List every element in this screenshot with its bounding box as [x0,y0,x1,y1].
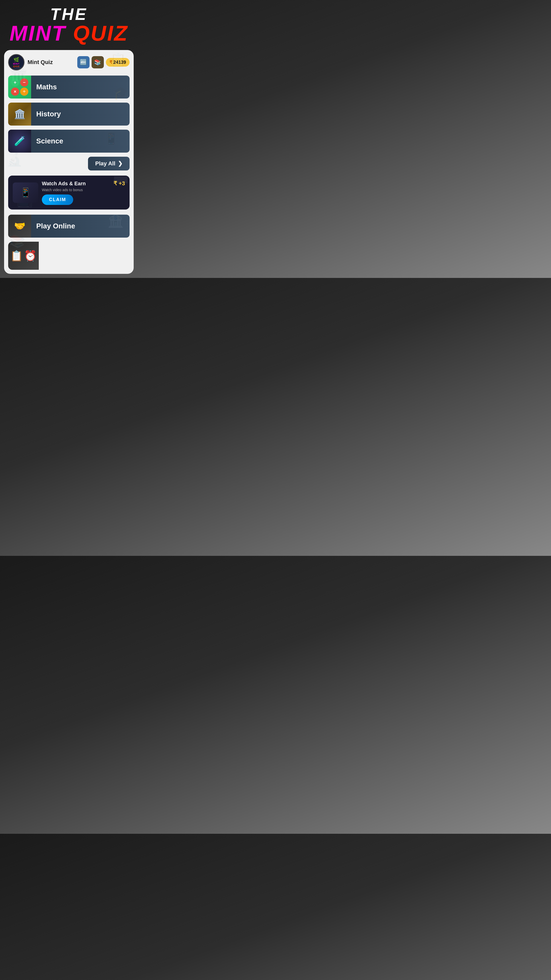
top-bar: 🌿 MINT QUIZ Mint Quiz 🔤 📚 ₹ 24139 [8,54,130,70]
history-label: History [31,103,130,126]
category-maths[interactable]: + − × ÷ Maths [8,76,130,99]
history-temple-icon: 🏛️ [14,109,25,119]
online-hands-icon: 🤝 [14,221,25,231]
ads-subtitle: Watch video ads to bonus [42,188,125,192]
main-card: 🏛️ 📋 🎓 🖥️ 📱 🔬 ⌨️ 📺 🏦 📚 🌿 MINT QUIZ Mint … [4,50,134,274]
app-name-label: Mint Quiz [27,59,74,65]
translate-icon: 🔤 [80,59,87,65]
translate-button[interactable]: 🔤 [77,56,89,68]
bottom-card-thumbnail: 📋 ⏰ [8,242,39,270]
maths-label: Maths [31,76,130,99]
earn-value: +3 [119,180,125,186]
history-thumbnail: 🏛️ [8,103,31,126]
title-mint-quiz: MINT QUIZ [5,22,133,44]
plus-op-icon: + [11,78,19,86]
times-op-icon: × [11,88,19,96]
bottom-card-partial[interactable]: 📋 ⏰ [8,242,130,270]
title-area: THE MINT QUIZ [0,0,138,48]
ads-banner: 📱 Watch Ads & Earn ₹ +3 Watch video ads … [8,176,130,210]
chevron-right-icon: ❯ [118,160,122,167]
science-image: 🧪 [8,130,31,153]
category-science[interactable]: 🧪 Science [8,130,130,153]
maths-thumbnail: + − × ÷ [8,76,31,99]
logo-leaf-icon: 🌿 [14,57,19,62]
rupee-icon: ₹ [110,59,112,65]
logo-quiz-text: QUIZ [13,65,20,68]
science-flask-icon: 🧪 [14,136,25,146]
divide-op-icon: ÷ [20,88,28,96]
treasure-button[interactable]: 📚 [92,56,104,68]
title-quiz: QUIZ [73,21,128,45]
science-thumbnail: 🧪 [8,130,31,153]
earn-rupee-icon: ₹ [114,180,119,186]
app-logo: 🌿 MINT QUIZ [8,54,24,70]
earn-amount: ₹ +3 [114,180,125,187]
play-all-button[interactable]: Play All ❯ [88,157,130,170]
ads-earn-row: Watch Ads & Earn ₹ +3 [42,180,125,187]
clock-icon: ⏰ [24,250,37,262]
play-online-label: Play Online [31,215,130,238]
ads-content: Watch Ads & Earn ₹ +3 Watch video ads to… [42,180,125,205]
maths-ops-grid: + − × ÷ [9,76,30,98]
title-the: THE [5,6,133,22]
coins-value: 24139 [113,60,126,65]
coins-badge: ₹ 24139 [106,58,130,67]
notepad-icon: 📋 [10,250,23,262]
science-label: Science [31,130,130,153]
play-online-item[interactable]: 🤝 Play Online [8,215,130,238]
claim-button[interactable]: CLAIM [42,194,73,205]
logo-mint-text: MINT [13,62,20,65]
ads-phone-icon: 📱 [20,187,32,198]
treasure-icon: 📚 [94,59,101,65]
top-icons: 🔤 📚 ₹ 24139 [77,56,130,68]
ads-illustration: 📱 [13,183,38,203]
history-image: 🏛️ [8,103,31,126]
play-online-thumbnail: 🤝 [8,215,31,238]
category-history[interactable]: 🏛️ History [8,103,130,126]
ads-title: Watch Ads & Earn [42,181,86,186]
play-all-label: Play All [95,160,115,167]
minus-op-icon: − [20,78,28,86]
play-all-row: Play All ❯ [8,157,130,170]
title-mint: MINT [10,21,66,45]
